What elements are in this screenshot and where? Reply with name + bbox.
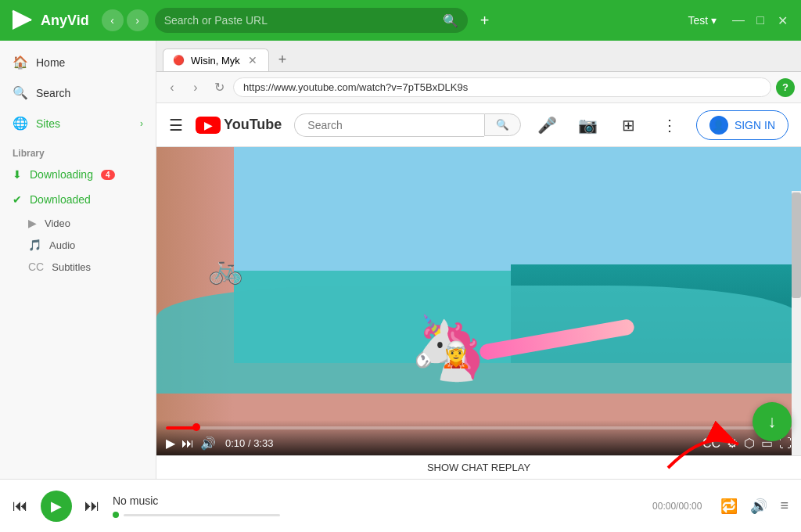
youtube-content: ☰ ▶ YouTube 🔍 🎤 📷 ⊞ ⋮ 👤 SIGN IN bbox=[156, 103, 801, 479]
youtube-header: ☰ ▶ YouTube 🔍 🎤 📷 ⊞ ⋮ 👤 SIGN IN bbox=[156, 103, 801, 147]
video-progress-fill bbox=[166, 426, 197, 430]
settings-button[interactable]: ⚙ bbox=[727, 436, 738, 451]
back-button[interactable]: ‹ bbox=[102, 9, 124, 31]
search-sidebar-icon: 🔍 bbox=[13, 85, 28, 100]
video-controls: ▶ ⏭ 🔊 0:10 / 3:33 CC ⚙ ⬡ ▭ ⛶ bbox=[156, 420, 801, 455]
player-bar: ⏮ ▶ ⏭ No music 00:00/00:00 🔁 🔊 ≡ bbox=[0, 479, 801, 532]
minimize-button[interactable]: — bbox=[729, 11, 748, 30]
youtube-sign-in-label: SIGN IN bbox=[735, 119, 775, 131]
user-menu[interactable]: Test ▾ bbox=[688, 14, 717, 27]
sidebar-item-search[interactable]: 🔍 Search bbox=[0, 77, 156, 108]
sidebar-search-label: Search bbox=[36, 87, 70, 99]
time-display: 0:10 / 3:33 bbox=[225, 437, 273, 449]
sidebar-sites-label: Sites bbox=[36, 117, 60, 130]
home-icon: 🏠 bbox=[13, 55, 28, 70]
help-button[interactable]: ? bbox=[776, 78, 795, 97]
forward-button[interactable]: › bbox=[127, 9, 149, 31]
sidebar-item-home[interactable]: 🏠 Home bbox=[0, 47, 156, 77]
player-queue-button[interactable]: ≡ bbox=[780, 498, 788, 514]
title-bar: AnyVid ‹ › 🔍 + Test ▾ — □ ✕ bbox=[0, 0, 801, 41]
audio-label: Audio bbox=[49, 239, 75, 251]
maximize-button[interactable]: □ bbox=[751, 11, 770, 30]
video-label: Video bbox=[45, 217, 70, 229]
logo-icon bbox=[9, 8, 34, 33]
sidebar-item-video[interactable]: ▶ Video bbox=[0, 212, 156, 234]
player-loop-button[interactable]: 🔁 bbox=[720, 498, 738, 515]
sidebar-item-subtitles[interactable]: CC Subtitles bbox=[0, 256, 156, 278]
app-logo: AnyVid bbox=[9, 8, 89, 33]
sidebar-item-sites[interactable]: 🌐 Sites › bbox=[0, 108, 156, 138]
sidebar-home-label: Home bbox=[36, 56, 65, 69]
sites-icon: 🌐 bbox=[13, 116, 28, 131]
tab-title: Wisin, Myk bbox=[191, 55, 240, 66]
youtube-search-input[interactable] bbox=[294, 113, 484, 137]
subtitles-icon: CC bbox=[28, 261, 44, 273]
library-section-label: Library bbox=[0, 138, 156, 162]
search-input[interactable] bbox=[164, 14, 436, 27]
video-scene: 🚲 🦄 🧝 bbox=[156, 147, 801, 455]
youtube-sign-in-button[interactable]: 👤 SIGN IN bbox=[696, 110, 788, 140]
browser-back-button[interactable]: ‹ bbox=[163, 78, 181, 97]
audio-icon: 🎵 bbox=[28, 239, 41, 251]
player-time-display: 00:00/00:00 bbox=[652, 501, 702, 512]
scrollbar-thumb[interactable] bbox=[792, 192, 801, 298]
next-frame-button[interactable]: ⏭ bbox=[181, 437, 194, 451]
main-content: 🏠 Home 🔍 Search 🌐 Sites › Library ⬇ Down… bbox=[0, 41, 801, 479]
close-button[interactable]: ✕ bbox=[773, 11, 792, 30]
youtube-grid-button[interactable]: ⊞ bbox=[615, 111, 643, 139]
url-input[interactable] bbox=[233, 77, 771, 97]
chat-replay-bar[interactable]: SHOW CHAT REPLAY bbox=[156, 455, 801, 479]
sites-arrow-icon: › bbox=[140, 118, 143, 129]
track-name: No music bbox=[113, 494, 640, 507]
youtube-menu-icon[interactable]: ☰ bbox=[169, 116, 183, 135]
download-fab-button[interactable]: ↓ bbox=[753, 402, 792, 441]
video-progress-bar[interactable] bbox=[166, 426, 792, 430]
play-pause-button[interactable]: ▶ bbox=[166, 436, 175, 451]
scrollbar[interactable] bbox=[792, 191, 801, 455]
new-tab-button[interactable]: + bbox=[272, 49, 293, 71]
youtube-search-button[interactable]: 🔍 bbox=[484, 113, 521, 136]
sidebar-item-downloaded[interactable]: ✔ Downloaded bbox=[0, 187, 156, 212]
video-player[interactable]: 🚲 🦄 🧝 ▶ ⏭ 🔊 0:10 / 3:33 bbox=[156, 147, 801, 455]
video-area: 🚲 🦄 🧝 ▶ ⏭ 🔊 0:10 / 3:33 bbox=[156, 147, 801, 479]
download-fab-icon: ↓ bbox=[768, 412, 777, 432]
youtube-camera-button[interactable]: 📷 bbox=[574, 111, 602, 139]
svg-marker-0 bbox=[13, 11, 31, 30]
sidebar-item-audio[interactable]: 🎵 Audio bbox=[0, 234, 156, 256]
cc-button[interactable]: CC bbox=[702, 437, 720, 451]
youtube-more-button[interactable]: ⋮ bbox=[656, 111, 684, 139]
player-play-button[interactable]: ▶ bbox=[41, 491, 72, 522]
miniplayer-button[interactable]: ⬡ bbox=[744, 436, 755, 451]
nav-buttons: ‹ › bbox=[102, 9, 149, 31]
add-tab-button[interactable]: + bbox=[474, 9, 496, 31]
window-controls: Test ▾ — □ ✕ bbox=[688, 11, 792, 30]
scene-bicycle: 🚲 bbox=[208, 253, 243, 286]
video-icon: ▶ bbox=[28, 217, 37, 229]
track-info: No music bbox=[113, 494, 640, 518]
address-bar: ‹ › ↻ ? bbox=[156, 72, 801, 103]
browser-reload-button[interactable]: ↻ bbox=[210, 78, 228, 97]
youtube-mic-button[interactable]: 🎤 bbox=[533, 111, 562, 139]
sidebar: 🏠 Home 🔍 Search 🌐 Sites › Library ⬇ Down… bbox=[0, 41, 156, 479]
app-name: AnyVid bbox=[41, 13, 89, 29]
sidebar-item-downloading[interactable]: ⬇ Downloading 4 bbox=[0, 162, 156, 187]
controls-row: ▶ ⏭ 🔊 0:10 / 3:33 CC ⚙ ⬡ ▭ ⛶ bbox=[166, 436, 792, 451]
tab-close-button[interactable]: ✕ bbox=[246, 54, 259, 66]
browser-tab[interactable]: 🔴 Wisin, Myk ✕ bbox=[163, 49, 269, 71]
scene-person: 🧝 bbox=[440, 340, 472, 369]
downloaded-label: Downloaded bbox=[30, 193, 91, 206]
player-volume-button[interactable]: 🔊 bbox=[750, 498, 767, 515]
tab-bar: 🔴 Wisin, Myk ✕ + bbox=[156, 41, 801, 72]
browser-pane: 🔴 Wisin, Myk ✕ + ‹ › ↻ ? ☰ ▶ YouTube bbox=[156, 41, 801, 479]
volume-button[interactable]: 🔊 bbox=[200, 436, 216, 451]
downloading-label: Downloading bbox=[30, 168, 93, 181]
prev-track-button[interactable]: ⏮ bbox=[13, 497, 28, 515]
next-track-button[interactable]: ⏭ bbox=[84, 497, 100, 515]
downloading-badge: 4 bbox=[101, 170, 115, 180]
tab-favicon: 🔴 bbox=[173, 55, 185, 66]
download-icon: ⬇ bbox=[13, 168, 22, 181]
check-icon: ✔ bbox=[13, 193, 22, 206]
youtube-avatar-icon: 👤 bbox=[709, 116, 728, 135]
track-progress-bar[interactable] bbox=[124, 514, 280, 516]
browser-forward-button[interactable]: › bbox=[186, 78, 205, 97]
